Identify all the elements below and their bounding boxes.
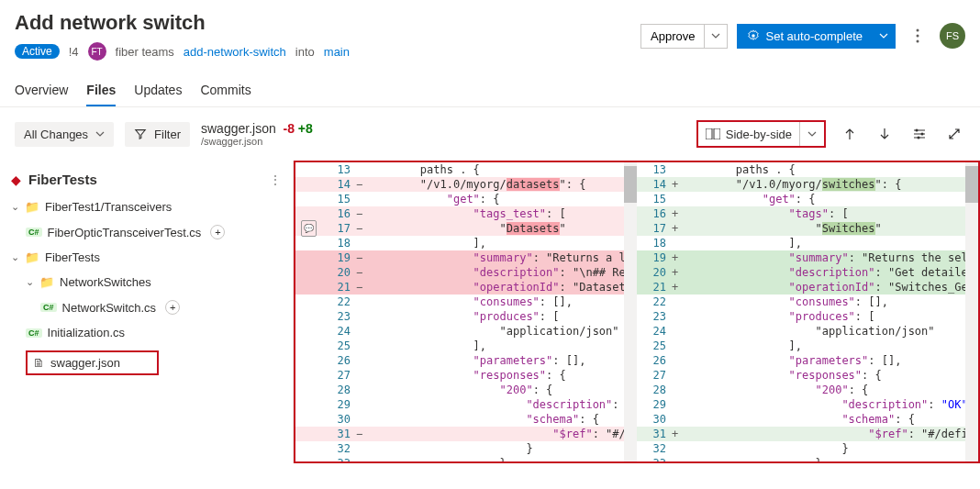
line-number: 30 bbox=[321, 412, 356, 427]
diff-line[interactable]: 32 } bbox=[295, 441, 624, 456]
comment-icon[interactable]: 💬 bbox=[301, 220, 317, 237]
tree-file[interactable]: C#Initialization.cs bbox=[0, 320, 293, 345]
diff-line[interactable]: 24 "application/json" bbox=[295, 324, 624, 339]
diff-sign bbox=[672, 162, 683, 177]
diff-line[interactable]: 27 "responses": { bbox=[295, 368, 624, 383]
code-content: "Switches" bbox=[683, 221, 965, 236]
code-content: "summary": "Returns the select bbox=[683, 250, 965, 265]
next-diff-button[interactable] bbox=[874, 123, 896, 145]
tree-folder[interactable]: ⌄📁NetworkSwitches bbox=[0, 270, 293, 295]
line-number: 18 bbox=[321, 236, 356, 250]
diff-line[interactable]: 21− "operationId": "Datasets_GetD bbox=[295, 280, 624, 295]
diff-line[interactable]: 22 "consumes": [], bbox=[637, 295, 965, 309]
diff-line[interactable]: 31+ "$ref": "#/definit bbox=[637, 427, 965, 441]
tab-overview[interactable]: Overview bbox=[15, 75, 68, 106]
diff-pane-left: 13 paths . {14− "/v1.0/myorg/datasets": … bbox=[295, 162, 624, 461]
user-avatar[interactable]: FS bbox=[940, 23, 965, 49]
diff-line[interactable]: 25 ], bbox=[295, 339, 624, 353]
settings-button[interactable] bbox=[908, 123, 930, 145]
code-content: } bbox=[367, 456, 624, 461]
sidebar-project-header[interactable]: ◆ FiberTests ⋮ bbox=[0, 166, 293, 193]
diff-line[interactable]: 15 "get": { bbox=[295, 192, 624, 206]
plug-icon: ◆ bbox=[11, 172, 21, 187]
tree-folder[interactable]: ⌄📁FiberTest1/Transceivers bbox=[0, 194, 293, 219]
diff-line[interactable]: 21+ "operationId": "Switches_GetSw bbox=[637, 280, 965, 295]
diff-line[interactable]: 24 "application/json" bbox=[637, 324, 965, 339]
line-number: 27 bbox=[637, 368, 672, 383]
diff-line[interactable]: 23 "produces": [ bbox=[295, 309, 624, 324]
diff-sign: + bbox=[672, 206, 683, 221]
code-content: "schema": { bbox=[683, 412, 965, 427]
diff-line[interactable]: 18 ], bbox=[295, 236, 624, 250]
diff-line[interactable]: 32 } bbox=[637, 441, 965, 456]
tree-file[interactable]: C#NetworkSwitch.cs+ bbox=[0, 295, 293, 320]
fullscreen-button[interactable] bbox=[943, 123, 965, 145]
diff-line[interactable]: 20+ "description": "Get detailed s bbox=[637, 265, 965, 280]
approve-dropdown[interactable] bbox=[704, 24, 728, 49]
diff-sign: − bbox=[356, 250, 367, 265]
code-content: "200": { bbox=[367, 383, 624, 397]
vertical-scrollbar[interactable] bbox=[624, 162, 637, 461]
diff-line[interactable]: 26 "parameters": [], bbox=[637, 353, 965, 368]
diff-line[interactable]: 14+ "/v1.0/myorg/switches": { bbox=[637, 177, 965, 192]
diff-line[interactable]: 26 "parameters": [], bbox=[295, 353, 624, 368]
diff-line[interactable]: 23 "produces": [ bbox=[637, 309, 965, 324]
diff-line[interactable]: 16− "tags_test": [ bbox=[295, 206, 624, 221]
expand-button[interactable]: + bbox=[165, 300, 180, 315]
diff-line[interactable]: 29 "description": "OK", bbox=[295, 397, 624, 412]
source-branch-link[interactable]: add-network-switch bbox=[184, 45, 286, 59]
all-changes-dropdown[interactable]: All Changes bbox=[15, 122, 114, 147]
target-branch-link[interactable]: main bbox=[324, 45, 350, 59]
diff-line[interactable]: 30 "schema": { bbox=[637, 412, 965, 427]
sidebar-more-button[interactable]: ⋮ bbox=[269, 172, 282, 187]
approve-button[interactable]: Approve bbox=[640, 24, 704, 49]
tree-file-selected[interactable]: 🗎swagger.json bbox=[0, 345, 293, 381]
diff-line[interactable]: 💬17− "Datasets" bbox=[295, 221, 624, 236]
diff-line[interactable]: 31− "$ref": "#/definit bbox=[295, 427, 624, 441]
diff-line[interactable]: 13 paths . { bbox=[637, 162, 965, 177]
diff-line[interactable]: 27 "responses": { bbox=[637, 368, 965, 383]
diff-line[interactable]: 33 } bbox=[295, 456, 624, 461]
svg-point-3 bbox=[917, 40, 919, 43]
filter-label: Filter bbox=[154, 128, 181, 141]
tab-updates[interactable]: Updates bbox=[134, 75, 182, 106]
diff-line[interactable]: 13 paths . { bbox=[295, 162, 624, 177]
line-number: 13 bbox=[321, 162, 356, 177]
diff-line[interactable]: 25 ], bbox=[637, 339, 965, 353]
line-number: 28 bbox=[321, 383, 356, 397]
tree-folder[interactable]: ⌄📁FiberTests bbox=[0, 245, 293, 270]
diff-line[interactable]: 19+ "summary": "Returns the select bbox=[637, 250, 965, 265]
line-number: 25 bbox=[321, 339, 356, 353]
filter-button[interactable]: Filter bbox=[125, 122, 190, 147]
diff-line[interactable]: 30 "schema": { bbox=[295, 412, 624, 427]
csharp-icon: C# bbox=[26, 228, 42, 237]
code-content: "description": "\n## Required bbox=[367, 265, 624, 280]
tab-commits[interactable]: Commits bbox=[200, 75, 251, 106]
code-content: "tags": [ bbox=[683, 206, 965, 221]
diff-line[interactable]: 19− "summary": "Returns a list of bbox=[295, 250, 624, 265]
diff-line[interactable]: 33 } bbox=[637, 456, 965, 461]
arrow-up-icon bbox=[842, 127, 857, 141]
diff-line[interactable]: 28 "200": { bbox=[295, 383, 624, 397]
expand-button[interactable]: + bbox=[210, 225, 225, 239]
diff-line[interactable]: 29 "description": "OK", bbox=[637, 397, 965, 412]
code-content: "responses": { bbox=[683, 368, 965, 383]
more-actions-button[interactable] bbox=[905, 23, 930, 49]
diff-line[interactable]: 14− "/v1.0/myorg/datasets": { bbox=[295, 177, 624, 192]
tab-files[interactable]: Files bbox=[86, 75, 116, 106]
diff-line[interactable]: 28 "200": { bbox=[637, 383, 965, 397]
diff-line[interactable]: 18 ], bbox=[637, 236, 965, 250]
prev-diff-button[interactable] bbox=[839, 123, 861, 145]
diff-line[interactable]: 22 "consumes": [], bbox=[295, 295, 624, 309]
line-number: 14 bbox=[637, 177, 672, 192]
vertical-scrollbar[interactable] bbox=[965, 162, 978, 461]
diff-line[interactable]: 16+ "tags": [ bbox=[637, 206, 965, 221]
diff-line[interactable]: 17+ "Switches" bbox=[637, 221, 965, 236]
view-mode-toggle[interactable]: Side-by-side bbox=[696, 120, 826, 148]
diff-line[interactable]: 15 "get": { bbox=[637, 192, 965, 206]
autocomplete-dropdown[interactable] bbox=[872, 24, 896, 49]
diff-line[interactable]: 20− "description": "\n## Required bbox=[295, 265, 624, 280]
tree-label: NetworkSwitch.cs bbox=[62, 301, 157, 315]
set-autocomplete-button[interactable]: Set auto-complete bbox=[737, 24, 872, 49]
tree-file[interactable]: C#FiberOpticTransceiverTest.cs+ bbox=[0, 219, 293, 245]
